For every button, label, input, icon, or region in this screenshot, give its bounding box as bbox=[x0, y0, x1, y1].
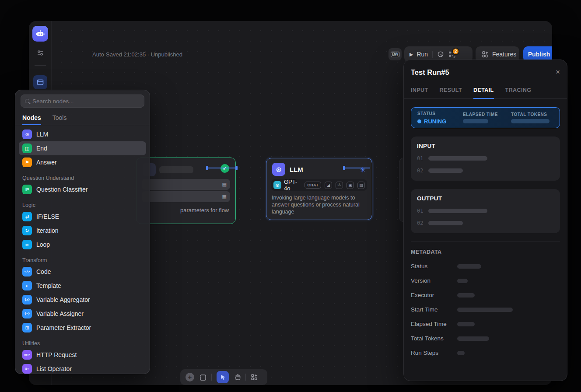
node-item-llm[interactable]: ⊛ LLM bbox=[19, 127, 146, 141]
divider bbox=[211, 374, 212, 381]
metadata-row: Status bbox=[404, 263, 567, 270]
features-icon bbox=[482, 51, 489, 58]
edge-start-to-llm bbox=[207, 168, 237, 168]
node-item-end[interactable]: ◫ End bbox=[19, 141, 146, 155]
edge-llm-to-end bbox=[344, 168, 370, 168]
run-panel-title: Test Run#5 bbox=[411, 68, 449, 77]
run-panel-tabs: INPUT RESULT DETAIL TRACING bbox=[404, 84, 567, 99]
metadata-row: Elapsed Time bbox=[404, 321, 567, 327]
output-row: 01 bbox=[417, 208, 554, 214]
node-item-answer[interactable]: ⚑ Answer bbox=[19, 155, 146, 169]
audio-icon: ᵕᴵᵕ bbox=[336, 182, 343, 189]
output-row: 02 bbox=[417, 220, 554, 226]
model-name: GPT-4o bbox=[284, 178, 302, 192]
workflow-settings-icon[interactable] bbox=[37, 49, 44, 56]
end-icon: ◫ bbox=[22, 144, 32, 153]
checklist-icon[interactable]: 2 bbox=[448, 51, 456, 58]
node-item-template[interactable]: ◐ Template bbox=[19, 279, 146, 293]
metadata-row: Version bbox=[404, 277, 567, 284]
add-node-button[interactable]: + bbox=[186, 373, 194, 382]
node-item-variable-aggregator[interactable]: {x} Variable Aggregator bbox=[19, 293, 146, 307]
search-icon bbox=[25, 99, 29, 103]
pointer-tool-button[interactable] bbox=[217, 371, 229, 383]
run-label: Run bbox=[416, 51, 428, 58]
time-limit-icon[interactable] bbox=[437, 51, 444, 58]
value-skeleton bbox=[457, 293, 475, 298]
robot-icon bbox=[35, 29, 45, 38]
document-icon: ▤ bbox=[357, 182, 365, 189]
value-skeleton bbox=[457, 322, 475, 326]
parameter-extractor-icon: ⊞ bbox=[22, 323, 32, 332]
cursor-icon bbox=[220, 374, 226, 381]
metadata-title: METADATA bbox=[404, 242, 567, 255]
node-item-variable-assigner[interactable]: {=} Variable Assigner bbox=[19, 307, 146, 321]
value-skeleton bbox=[457, 336, 489, 341]
features-label: Features bbox=[492, 51, 516, 58]
rail-divider bbox=[35, 65, 46, 66]
tab-tools[interactable]: Tools bbox=[52, 112, 67, 125]
running-spinner-icon: ✳ bbox=[360, 166, 366, 174]
node-selector-panel: Nodes Tools ⊛ LLM ◫ End ⚑ Answer Questio… bbox=[15, 90, 150, 374]
list-operator-icon: ≡▽ bbox=[22, 364, 32, 374]
edge-connector[interactable] bbox=[235, 166, 238, 170]
env-button[interactable]: ENV bbox=[388, 48, 402, 60]
edge-connector[interactable] bbox=[343, 166, 345, 170]
publish-label: Publish bbox=[528, 51, 550, 58]
close-icon[interactable]: × bbox=[556, 68, 560, 77]
llm-node-icon: ⊛ bbox=[272, 163, 285, 176]
success-check-icon: ✓ bbox=[220, 164, 229, 173]
value-skeleton bbox=[428, 156, 487, 161]
hand-tool-button[interactable] bbox=[234, 374, 241, 381]
llm-node-description: Invoking large language models to answer… bbox=[272, 194, 366, 215]
metadata-row: Executor bbox=[404, 292, 567, 298]
node-item-list-operator[interactable]: ≡▽ List Operator bbox=[19, 362, 146, 376]
node-item-loop[interactable]: ∞ Loop bbox=[19, 238, 146, 252]
output-card-title: OUTPUT bbox=[417, 195, 554, 202]
autosave-status: Auto-Saved 21:02:35 · Unpublished bbox=[92, 51, 182, 58]
tab-detail[interactable]: DETAIL bbox=[473, 84, 494, 98]
tab-tracing[interactable]: TRACING bbox=[505, 84, 532, 98]
model-selector[interactable]: ⊛ GPT-4o CHAT ◪ ᵕᴵᵕ ▣ ▤ bbox=[271, 179, 367, 191]
output-card: OUTPUT 01 02 bbox=[411, 189, 560, 233]
field-type-icon: ▦ bbox=[222, 194, 227, 200]
organize-nodes-button[interactable] bbox=[251, 374, 258, 381]
env-icon: ENV bbox=[391, 52, 399, 57]
start-input-field[interactable]: ▦ bbox=[142, 191, 230, 202]
node-item-iteration[interactable]: ↻ Iteration bbox=[19, 224, 146, 238]
node-item-code[interactable]: </> Code bbox=[19, 265, 146, 279]
elapsed-time-skeleton bbox=[463, 119, 488, 123]
node-list: ⊛ LLM ◫ End ⚑ Answer Question Understand… bbox=[15, 125, 150, 376]
edge-connector[interactable] bbox=[206, 166, 208, 170]
tab-nodes[interactable]: Nodes bbox=[22, 112, 41, 125]
run-button[interactable]: ▶ Run bbox=[410, 51, 428, 58]
node-item-question-classifier[interactable]: ‖D Question Classifier bbox=[19, 182, 146, 196]
add-note-button[interactable] bbox=[199, 374, 206, 381]
node-item-if-else[interactable]: ⇄ IF/ELSE bbox=[19, 210, 146, 224]
value-skeleton bbox=[457, 279, 468, 283]
robot-app-icon[interactable] bbox=[32, 26, 48, 42]
elapsed-time-label: ELAPSED TIME bbox=[463, 112, 511, 117]
metadata-row: Start Time bbox=[404, 306, 567, 313]
status-value: RUNING bbox=[417, 118, 463, 125]
status-label: STATUS bbox=[417, 111, 463, 116]
divider bbox=[432, 51, 433, 58]
running-dot-icon bbox=[417, 119, 421, 123]
value-skeleton bbox=[457, 308, 513, 312]
llm-icon: ⊛ bbox=[22, 130, 32, 139]
node-item-parameter-extractor[interactable]: ⊞ Parameter Extractor bbox=[19, 321, 146, 335]
tab-input[interactable]: INPUT bbox=[411, 84, 428, 98]
status-card: STATUS RUNING ELAPSED TIME TOTAL TOKENS bbox=[411, 107, 560, 128]
screen: Auto-Saved 21:02:35 · Unpublished ENV ▶ … bbox=[0, 0, 581, 392]
total-tokens-skeleton bbox=[511, 119, 550, 123]
variable-assigner-icon: {=} bbox=[22, 309, 32, 318]
tab-result[interactable]: RESULT bbox=[440, 84, 462, 98]
preview-panel-icon[interactable] bbox=[33, 75, 47, 89]
node-search[interactable] bbox=[21, 94, 144, 108]
start-input-field[interactable]: ▤ bbox=[142, 179, 230, 190]
iteration-icon: ↻ bbox=[22, 226, 32, 235]
search-input[interactable] bbox=[32, 98, 140, 105]
node-item-http-request[interactable]: HTTP HTTP Request bbox=[19, 348, 146, 362]
video-icon: ▣ bbox=[346, 182, 354, 189]
value-skeleton bbox=[428, 168, 463, 173]
play-icon: ▶ bbox=[410, 52, 413, 57]
